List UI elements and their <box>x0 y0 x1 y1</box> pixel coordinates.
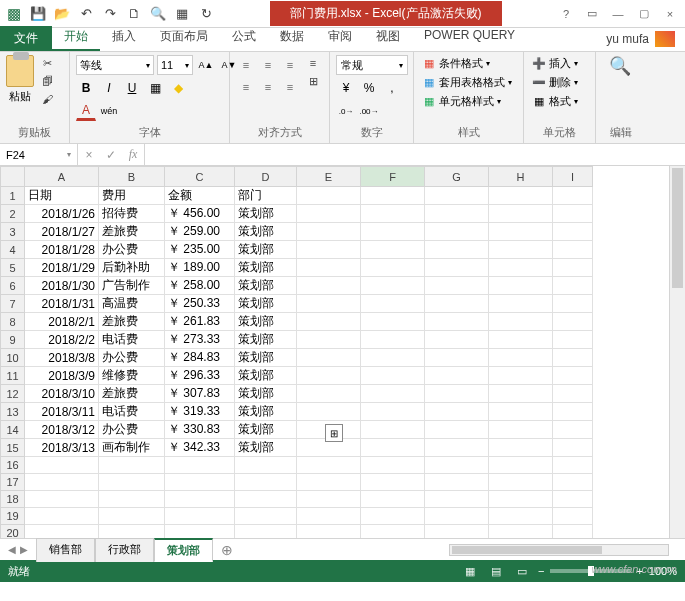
cell[interactable] <box>297 331 361 349</box>
cell[interactable] <box>425 349 489 367</box>
cell[interactable] <box>297 295 361 313</box>
col-header-A[interactable]: A <box>25 167 99 187</box>
cell[interactable]: ￥ 258.00 <box>165 277 235 295</box>
cell[interactable] <box>361 439 425 457</box>
row-header[interactable]: 3 <box>1 223 25 241</box>
cell[interactable]: 2018/3/12 <box>25 421 99 439</box>
preview-icon[interactable]: 🔍 <box>150 6 166 22</box>
tab-插入[interactable]: 插入 <box>100 24 148 51</box>
comma-icon[interactable]: , <box>382 78 402 98</box>
cell[interactable] <box>425 491 489 508</box>
col-header-G[interactable]: G <box>425 167 489 187</box>
cell[interactable]: 策划部 <box>235 421 297 439</box>
format-cells-button[interactable]: ▦格式▾ <box>530 93 580 110</box>
cell[interactable] <box>553 187 593 205</box>
cell[interactable] <box>235 525 297 539</box>
cell[interactable] <box>361 385 425 403</box>
cell[interactable]: ￥ 259.00 <box>165 223 235 241</box>
refresh-icon[interactable]: ↻ <box>198 6 214 22</box>
normal-view-icon[interactable]: ▦ <box>460 563 480 579</box>
cell[interactable]: 策划部 <box>235 223 297 241</box>
cell[interactable]: 策划部 <box>235 313 297 331</box>
increase-decimal-icon[interactable]: .0→ <box>336 101 356 121</box>
sheet-nav-next-icon[interactable]: ▶ <box>20 544 28 555</box>
tab-POWER QUERY[interactable]: POWER QUERY <box>412 24 527 51</box>
cell[interactable] <box>425 474 489 491</box>
cell[interactable] <box>553 331 593 349</box>
redo-icon[interactable]: ↷ <box>102 6 118 22</box>
cell[interactable] <box>489 313 553 331</box>
cell[interactable] <box>489 205 553 223</box>
cell[interactable]: 2018/3/10 <box>25 385 99 403</box>
cell[interactable] <box>553 277 593 295</box>
row-header[interactable]: 6 <box>1 277 25 295</box>
cell[interactable] <box>99 474 165 491</box>
cell[interactable] <box>297 313 361 331</box>
cell[interactable] <box>553 295 593 313</box>
format-as-table-button[interactable]: ▦套用表格格式▾ <box>420 74 514 91</box>
cell[interactable] <box>99 508 165 525</box>
cell[interactable] <box>425 331 489 349</box>
cell[interactable] <box>297 349 361 367</box>
cell[interactable] <box>425 277 489 295</box>
help-icon[interactable]: ? <box>557 5 575 23</box>
cell[interactable] <box>425 457 489 474</box>
horizontal-scrollbar[interactable] <box>449 544 669 556</box>
cell[interactable] <box>489 508 553 525</box>
cell[interactable]: 费用 <box>99 187 165 205</box>
cell[interactable]: ￥ 330.83 <box>165 421 235 439</box>
row-header[interactable]: 17 <box>1 474 25 491</box>
fill-color-icon[interactable]: ◆ <box>168 78 188 98</box>
cell[interactable] <box>361 491 425 508</box>
cell[interactable] <box>25 525 99 539</box>
cell[interactable] <box>425 295 489 313</box>
cell[interactable] <box>297 474 361 491</box>
cell[interactable]: 2018/1/28 <box>25 241 99 259</box>
cell[interactable]: 办公费 <box>99 241 165 259</box>
tab-审阅[interactable]: 审阅 <box>316 24 364 51</box>
cell[interactable]: ￥ 307.83 <box>165 385 235 403</box>
cell[interactable] <box>361 508 425 525</box>
open-icon[interactable]: 📂 <box>54 6 70 22</box>
cell[interactable] <box>297 241 361 259</box>
cell[interactable]: 高温费 <box>99 295 165 313</box>
cell[interactable] <box>165 474 235 491</box>
decrease-decimal-icon[interactable]: .00→ <box>359 101 379 121</box>
cell[interactable] <box>297 525 361 539</box>
delete-cells-button[interactable]: ➖删除▾ <box>530 74 580 91</box>
tab-file[interactable]: 文件 <box>0 26 52 51</box>
cell[interactable]: 2018/1/26 <box>25 205 99 223</box>
cell[interactable]: ￥ 235.00 <box>165 241 235 259</box>
cell[interactable] <box>489 259 553 277</box>
tab-开始[interactable]: 开始 <box>52 24 100 51</box>
row-header[interactable]: 13 <box>1 403 25 421</box>
cell[interactable] <box>297 385 361 403</box>
cell[interactable] <box>553 439 593 457</box>
col-header-B[interactable]: B <box>99 167 165 187</box>
percent-icon[interactable]: % <box>359 78 379 98</box>
cell[interactable] <box>553 403 593 421</box>
cell[interactable] <box>489 474 553 491</box>
cell[interactable]: 策划部 <box>235 259 297 277</box>
sheet-tab-策划部[interactable]: 策划部 <box>154 538 213 562</box>
cell[interactable] <box>361 295 425 313</box>
cell[interactable] <box>361 457 425 474</box>
cell[interactable] <box>553 205 593 223</box>
conditional-format-button[interactable]: ▦条件格式▾ <box>420 55 514 72</box>
cell[interactable] <box>361 277 425 295</box>
zoom-out-icon[interactable]: − <box>538 565 544 577</box>
cell[interactable] <box>489 223 553 241</box>
cell[interactable] <box>235 491 297 508</box>
page-layout-icon[interactable]: ▤ <box>486 563 506 579</box>
cell[interactable] <box>297 403 361 421</box>
cell[interactable]: 电话费 <box>99 403 165 421</box>
cell[interactable] <box>165 525 235 539</box>
cell[interactable] <box>425 421 489 439</box>
tab-公式[interactable]: 公式 <box>220 24 268 51</box>
cell[interactable] <box>489 241 553 259</box>
cell[interactable] <box>489 439 553 457</box>
cell[interactable]: ￥ 284.83 <box>165 349 235 367</box>
cell[interactable] <box>99 457 165 474</box>
cell[interactable]: 2018/3/13 <box>25 439 99 457</box>
cell[interactable]: ￥ 319.33 <box>165 403 235 421</box>
